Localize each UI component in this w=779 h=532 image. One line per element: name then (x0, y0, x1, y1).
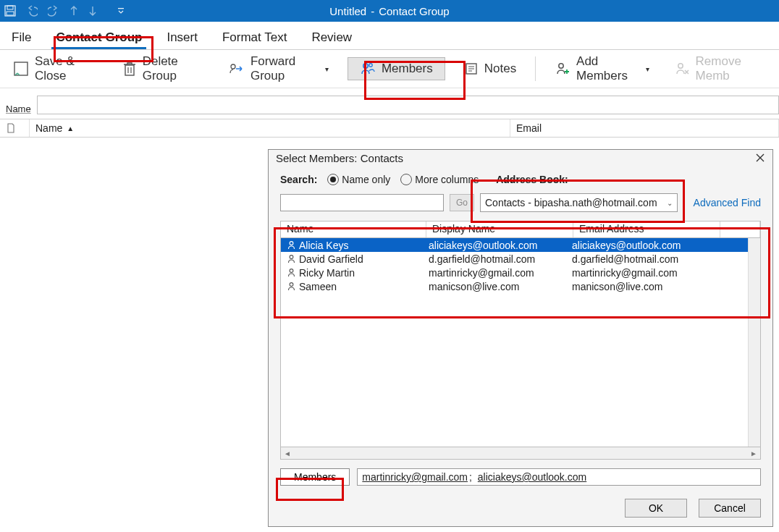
down-arrow-icon[interactable] (88, 6, 97, 16)
delete-group-label: Delete Group (143, 54, 204, 83)
radio-more-columns-label: More columns (415, 174, 479, 185)
svg-point-6 (231, 64, 235, 69)
select-members-dialog: Select Members: Contacts Search: Name on… (268, 149, 773, 527)
radio-name-only[interactable]: Name only (327, 174, 390, 185)
members-entry-2: aliciakeys@outlook.com (478, 471, 586, 483)
forward-group-label: Forward Group (250, 54, 319, 83)
members-input[interactable]: martinricky@gmail.com; aliciakeys@outloo… (357, 468, 761, 486)
row-name: David Garfield (299, 253, 363, 265)
vertical-scrollbar[interactable] (748, 238, 760, 447)
forward-group-button[interactable]: Forward Group ▾ (223, 50, 334, 88)
scroll-left-icon[interactable]: ◄ (284, 449, 291, 457)
svg-point-8 (369, 64, 372, 67)
close-icon[interactable] (755, 153, 765, 163)
dialog-buttons: OK Cancel (280, 499, 761, 518)
search-label: Search: (280, 174, 317, 185)
contacts-grid-header: Name Display Name Email Address (280, 221, 761, 238)
row-email: martinricky@gmail.com (572, 267, 678, 279)
customize-qat-icon[interactable] (117, 7, 125, 14)
ribbon-tabs: File Contact Group Insert Format Text Re… (0, 22, 779, 50)
col-name[interactable]: Name (281, 221, 426, 237)
address-book-value: Contacts - bipasha.nath@hotmail.com (485, 197, 657, 208)
remove-members-button: Remove Memb (668, 50, 772, 88)
ribbon-separator (535, 56, 536, 81)
undo-icon[interactable] (26, 5, 38, 17)
tab-insert[interactable]: Insert (162, 25, 202, 49)
member-list-header: Name ▲ Email (0, 119, 779, 138)
add-members-button[interactable]: Add Members ▾ (549, 50, 655, 88)
notes-label: Notes (484, 62, 516, 76)
email-column-label: Email (516, 122, 542, 134)
members-entry-1: martinricky@gmail.com (362, 471, 468, 483)
quick-access-toolbar (4, 5, 125, 17)
advanced-find-link[interactable]: Advanced Find (694, 197, 761, 208)
forward-icon (229, 62, 245, 75)
radio-dot-icon (400, 174, 412, 185)
redo-icon[interactable] (48, 5, 59, 17)
window-title: Untitled - Contact Group (329, 5, 449, 17)
save-close-icon (13, 61, 29, 77)
trash-icon (122, 61, 137, 77)
search-input-row: Go Contacts - bipasha.nath@hotmail.com ⌄… (280, 193, 761, 212)
contacts-grid-body[interactable]: Alicia Keysaliciakeys@outlook.comaliciak… (280, 238, 761, 447)
window-title-sep: - (371, 5, 374, 17)
row-display: martinricky@gmail.com (429, 267, 534, 279)
dialog-titlebar: Select Members: Contacts (269, 150, 772, 166)
svg-point-11 (678, 64, 682, 68)
sort-asc-icon: ▲ (67, 124, 74, 132)
tab-contact-group[interactable]: Contact Group (51, 25, 146, 49)
name-column-header[interactable]: Name ▲ (30, 119, 510, 137)
svg-point-15 (290, 283, 293, 287)
person-icon (287, 282, 296, 291)
add-members-label: Add Members (576, 54, 640, 83)
svg-rect-5 (125, 65, 134, 75)
row-display: d.garfield@hotmail.com (429, 253, 535, 265)
ok-button[interactable]: OK (625, 499, 687, 518)
save-icon[interactable] (4, 5, 16, 17)
cancel-button[interactable]: Cancel (699, 499, 761, 518)
window-title-left: Untitled (329, 5, 366, 17)
tab-format-text[interactable]: Format Text (218, 25, 291, 49)
group-name-input[interactable] (37, 96, 779, 114)
search-input[interactable] (280, 194, 444, 211)
icon-column[interactable] (0, 119, 30, 137)
notes-button[interactable]: Notes (458, 57, 522, 80)
members-label: Members (382, 62, 433, 76)
radio-more-columns[interactable]: More columns (400, 174, 479, 185)
col-email[interactable]: Email Address (573, 221, 720, 237)
chevron-down-icon: ▾ (646, 65, 649, 73)
svg-point-7 (363, 64, 368, 68)
save-and-close-button[interactable]: Save & Close (7, 50, 104, 88)
contact-row[interactable]: Alicia Keysaliciakeys@outlook.comaliciak… (281, 238, 760, 252)
scroll-right-icon[interactable]: ► (750, 449, 757, 457)
delete-group-button[interactable]: Delete Group (117, 50, 210, 88)
row-name: Sameen (299, 281, 337, 292)
person-icon (287, 254, 296, 263)
page-icon (6, 123, 16, 133)
tab-file[interactable]: File (7, 25, 35, 49)
email-column-header[interactable]: Email (510, 119, 779, 137)
col-display-name[interactable]: Display Name (426, 221, 573, 237)
members-button[interactable]: Members (348, 57, 445, 80)
radio-dot-icon (327, 174, 339, 185)
contact-row[interactable]: Sameenmanicson@live.commanicson@live.com (281, 279, 760, 293)
col-blank (720, 221, 760, 237)
row-display: aliciakeys@outlook.com (429, 240, 537, 251)
address-book-select[interactable]: Contacts - bipasha.nath@hotmail.com ⌄ (480, 193, 678, 212)
tab-review[interactable]: Review (307, 25, 356, 49)
up-arrow-icon[interactable] (70, 6, 78, 16)
contact-row[interactable]: David Garfieldd.garfield@hotmail.comd.ga… (281, 252, 760, 266)
members-add-button[interactable]: Members (280, 468, 350, 486)
horizontal-scrollbar[interactable]: ◄► (280, 447, 761, 460)
row-name: Ricky Martin (299, 267, 355, 279)
remove-members-icon (674, 62, 690, 76)
dialog-title: Select Members: Contacts (276, 152, 403, 164)
search-options-row: Search: Name only More columns Address B… (280, 170, 761, 189)
contact-row[interactable]: Ricky Martinmartinricky@gmail.commartinr… (281, 266, 760, 279)
row-email: d.garfield@hotmail.com (572, 253, 678, 265)
svg-point-10 (559, 64, 563, 68)
remove-members-label: Remove Memb (696, 54, 766, 83)
ribbon: Save & Close Delete Group Forward Group … (0, 50, 779, 88)
chevron-down-icon: ▾ (325, 65, 329, 73)
address-book-label: Address Book: (496, 174, 568, 185)
